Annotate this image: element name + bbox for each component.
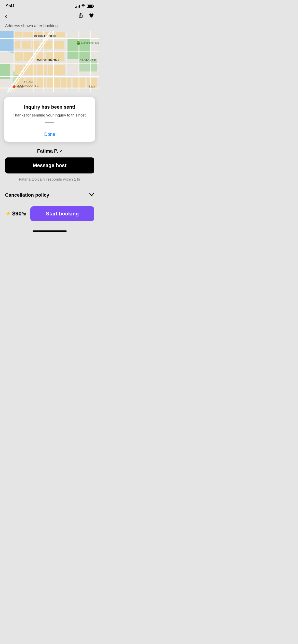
inquiry-modal: Inquiry has been sent! Thanks for sendin… [4,97,95,142]
modal-body: Inquiry has been sent! Thanks for sendin… [4,97,95,128]
lightning-icon: ⚡ [5,211,11,216]
share-icon[interactable] [78,13,84,20]
svg-rect-21 [15,65,23,75]
svg-text:GRAND: GRAND [24,80,34,83]
message-host-button[interactable]: Message host [5,157,94,173]
svg-text:Claremont Park: Claremont Park [81,41,99,44]
svg-text:MOUNT EDEN: MOUNT EDEN [33,34,56,38]
modal-title: Inquiry has been sent! [11,104,88,110]
host-section: Fatima P. > Message host Fatima typicall… [0,144,99,183]
price-amount: $90 [12,210,22,217]
battery-icon [87,5,93,8]
status-time: 9:41 [6,4,15,9]
map-container[interactable]: MOUNT EDEN WEST BRONX CROTONA P. GRAND C… [0,31,99,92]
back-button[interactable]: ‹ [5,13,7,20]
svg-rect-24 [48,65,65,75]
favorite-icon[interactable] [89,13,94,20]
modal-subtitle: Thanks for sending your inquiry to this … [11,112,88,118]
svg-text:CROTONA P.: CROTONA P. [79,59,96,62]
price-section: ⚡ $90/hr [5,210,26,217]
svg-rect-17 [15,52,23,61]
host-response-text: Fatima typically responds within 1 hr [19,177,80,181]
svg-text:Legal: Legal [89,85,95,88]
svg-rect-12 [14,41,20,49]
host-name-row[interactable]: Fatima P. > [37,148,62,154]
bottom-bar: ⚡ $90/hr Start booking [0,203,99,229]
price-value: $90/hr [12,210,26,217]
modal-area: Inquiry has been sent! Thanks for sendin… [0,92,99,144]
status-icons [75,4,93,8]
address-text: Address shown after booking [0,23,99,31]
svg-rect-8 [23,32,33,37]
drag-handle [45,122,54,123]
price-unit: /hr [22,212,26,216]
svg-rect-7 [14,32,22,37]
status-bar: 9:41 [0,0,99,11]
start-booking-button[interactable]: Start booking [30,206,94,221]
nav-bar: ‹ [0,11,99,23]
cancellation-label: Cancellation policy [5,192,49,198]
host-chevron-icon: > [60,148,62,154]
home-bar [33,230,67,232]
svg-text:🍎 Maps: 🍎 Maps [12,85,23,88]
svg-text:🌳: 🌳 [77,41,80,45]
cancellation-policy-section[interactable]: Cancellation policy [0,187,99,203]
svg-rect-11 [56,32,65,37]
wifi-icon [81,4,85,8]
host-name: Fatima P. [37,148,58,154]
svg-text:WEST BRONX: WEST BRONX [37,58,60,62]
chevron-down-icon [89,192,94,198]
home-indicator [0,229,99,234]
svg-rect-23 [37,65,47,75]
signal-icon [75,5,80,8]
modal-footer: Done [4,128,95,142]
nav-actions [78,13,94,20]
done-button[interactable]: Done [44,132,55,137]
svg-rect-16 [53,41,64,49]
